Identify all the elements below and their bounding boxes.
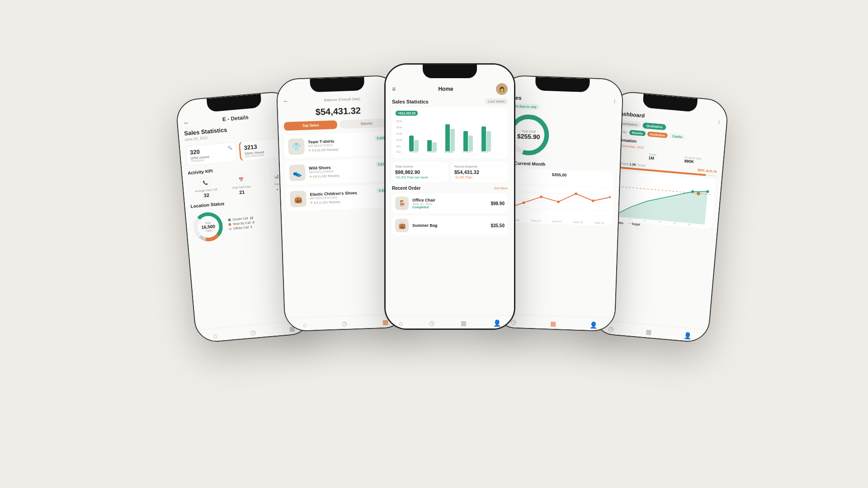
- legend-target: ··· Target: [628, 222, 641, 226]
- phone-icon: 📞: [200, 177, 211, 188]
- svg-point-36: [592, 199, 594, 202]
- star-icon: ★: [308, 149, 311, 152]
- home-nav-icon[interactable]: ⌂: [399, 319, 402, 327]
- svg-text:11 June: 11 June: [427, 150, 435, 153]
- phone3-title: Home: [438, 86, 453, 92]
- more-icon[interactable]: ⋮: [717, 120, 721, 125]
- stats-title: Sales Statistics: [392, 99, 429, 104]
- see-more-link[interactable]: See More: [494, 187, 508, 190]
- svg-text:$5k: $5k: [396, 145, 401, 148]
- order-price-1: $35.50: [491, 223, 505, 228]
- profile-nav-icon[interactable]: 👤: [684, 332, 692, 339]
- svg-line-27: [507, 184, 611, 188]
- phone4-badge-area: +12% than in July: [507, 103, 616, 112]
- onsite-dot: [228, 218, 231, 221]
- svg-point-32: [522, 202, 525, 204]
- svg-text:$25k: $25k: [396, 120, 403, 122]
- product-item-2[interactable]: 👜 Elastic Children's Shoes #8718391JHK1W…: [286, 184, 396, 211]
- home-nav-icon[interactable]: ⌂: [213, 332, 217, 339]
- ach-percent: 90% Ach.%: [698, 168, 717, 174]
- back-icon[interactable]: ←: [283, 98, 288, 104]
- stats-nav-icon[interactable]: ◷: [429, 319, 434, 327]
- filter-institution[interactable]: Institution: [647, 131, 668, 138]
- order-info-0: Office Chair June 22, 2022 Completed: [412, 198, 435, 209]
- phone4-chart-area: $355,00: [503, 168, 614, 226]
- svg-rect-15: [450, 129, 455, 151]
- star-icon: ★: [309, 175, 312, 178]
- product-image-1: 👟: [289, 164, 306, 181]
- back-arrow-icon[interactable]: ←: [183, 119, 190, 127]
- phone4-current-month-title: The Current Month: [505, 160, 614, 169]
- product-item-1[interactable]: 👟 Wild Shoes #63782QJ23HE6 ★ 4.8 (1,422 …: [285, 158, 396, 185]
- profile-nav-icon[interactable]: 👤: [590, 321, 598, 329]
- home-nav-icon[interactable]: ⌂: [303, 321, 307, 328]
- filter-cardio[interactable]: Cardio: [670, 133, 685, 140]
- svg-text:14: 14: [658, 221, 661, 223]
- phone3-chart: +$12,432.00 $25k $20k $15k $10k $5k $1k: [392, 107, 508, 158]
- svg-text:$15k: $15k: [396, 132, 403, 135]
- phone1-qrw-box: 🔍 320 QRW Viewed 2min/QRW: [185, 142, 237, 166]
- phone1-donut-label: Total 16,500 Calls: [201, 221, 215, 233]
- phone3-stats-header: Sales Statistics Last Week: [392, 99, 508, 104]
- phone1-activity-grid: 📞 Average Daily Call 32 📅 Total Field Da…: [188, 170, 294, 199]
- more-icon[interactable]: ⋮: [613, 99, 617, 103]
- star-icon: ★: [310, 201, 313, 204]
- svg-rect-16: [463, 131, 468, 151]
- order-item-0[interactable]: 🪑 Office Chair June 22, 2022 Completed $…: [392, 193, 508, 213]
- bar-chart-svg: $25k $20k $15k $10k $5k $1k: [396, 117, 504, 154]
- offsite-dot: [229, 227, 232, 230]
- phone1-avg-daily: 📞 Average Daily Call 32: [188, 176, 223, 199]
- last-week-filter[interactable]: Last Week: [485, 99, 508, 104]
- recent-expense-box: Recent Expense $54,431.32 -31.9% Than: [451, 162, 508, 182]
- chart-nav-icon[interactable]: ▦: [646, 328, 652, 336]
- stats-nav-icon[interactable]: ◷: [342, 320, 348, 327]
- product-item-0[interactable]: 👕 Team T-shirts #87365327HSDH ★ 4.9 (5,3…: [284, 131, 395, 159]
- search-icon: 🔍: [227, 145, 232, 150]
- phone1-total-field: 📅 Total Field Days 21: [224, 173, 259, 196]
- phones-showcase: ← E - Details Sales Statistics June 25, …: [163, 41, 705, 447]
- svg-rect-11: [414, 140, 419, 151]
- phone4-content: Sales ⋮ +12% than in July Your: [497, 92, 622, 229]
- nearby-dot: [228, 223, 231, 226]
- profile-nav-icon[interactable]: 👤: [493, 319, 501, 327]
- chart-badge: +$12,432.00: [396, 111, 418, 116]
- phone1-legend: Onsite Call 12 Near By Call 2 Offsite Ca…: [228, 216, 255, 232]
- svg-text:13: 13: [643, 219, 646, 222]
- line-chart-svg: [506, 175, 611, 220]
- svg-text:14 June: 14 June: [481, 150, 489, 153]
- stats-nav-icon[interactable]: ◷: [250, 328, 256, 336]
- phone2-amount: $54,431.32: [283, 104, 393, 118]
- phone4-x-labels: 0 June June 11 June 12 June 13 June 14: [506, 218, 610, 225]
- toggle-qualitative[interactable]: Qualitative: [642, 122, 666, 130]
- product-image-2: 👜: [290, 191, 307, 207]
- svg-text:$1k: $1k: [396, 150, 401, 153]
- phone3-bottom-nav: ⌂ ◷ ▦ 👤: [386, 315, 514, 328]
- phone4-goal-area: Your Goal $255.90: [505, 112, 616, 160]
- order-price-0: $98.90: [491, 201, 505, 206]
- stat-target: Target 1M: [648, 153, 682, 163]
- chart-nav-icon[interactable]: ▦: [461, 319, 467, 327]
- user-avatar[interactable]: 👩: [496, 83, 508, 95]
- filter-weekly[interactable]: Weekly: [629, 130, 646, 136]
- svg-rect-18: [481, 127, 486, 151]
- order-item-1[interactable]: 👜 Summer Bag $35.50: [392, 216, 508, 235]
- svg-rect-13: [432, 142, 437, 151]
- order-status-0: Completed: [412, 206, 435, 209]
- phone2-content: ← Balance (Overall Sale) $54,431.32 Top …: [278, 92, 402, 217]
- calendar-icon: 📅: [236, 174, 246, 185]
- svg-rect-12: [427, 140, 432, 151]
- income-change: +31.9% Than last week: [395, 176, 445, 179]
- svg-text:13 June: 13 June: [462, 150, 471, 153]
- tab-top-sales[interactable]: Top Sales: [284, 120, 338, 131]
- chart-nav-icon[interactable]: ▦: [550, 320, 556, 327]
- menu-icon[interactable]: ≡: [392, 85, 396, 93]
- svg-text:12: 12: [628, 218, 631, 221]
- recent-expense-label: Recent Expense: [454, 165, 505, 168]
- svg-text:$10k: $10k: [396, 139, 403, 141]
- order-info-1: Summer Bag: [412, 223, 438, 228]
- svg-text:$20k: $20k: [396, 126, 403, 129]
- svg-text:16: 16: [688, 223, 691, 225]
- phone3-income-row: Total Income $98,982.90 +31.9% Than last…: [392, 162, 508, 182]
- svg-point-33: [540, 196, 542, 198]
- recent-expense-amount: $54,431.32: [454, 169, 505, 175]
